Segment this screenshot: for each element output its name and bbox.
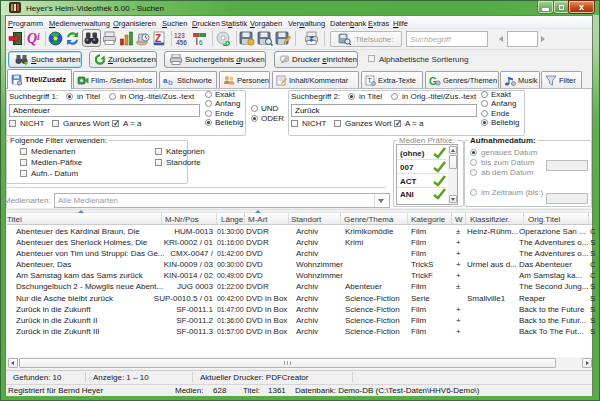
svg-text:456: 456 [176, 39, 187, 46]
svg-text:Q: Q [27, 31, 37, 46]
svg-text:Z: Z [155, 33, 161, 44]
svg-text:6: 6 [199, 39, 203, 46]
svg-text:b: b [168, 78, 173, 86]
svg-text:i: i [37, 31, 40, 42]
svg-text:G: G [429, 75, 437, 86]
